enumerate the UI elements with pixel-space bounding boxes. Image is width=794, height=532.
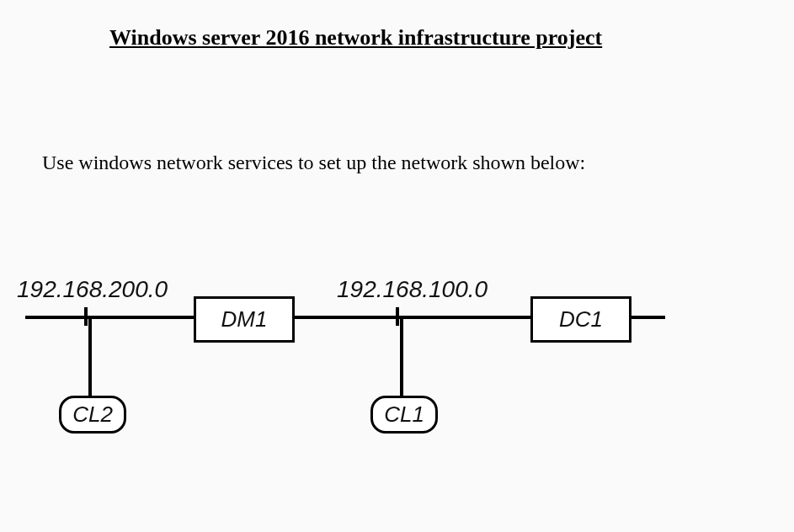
node-dm1: DM1 [194, 296, 295, 343]
node-dc1: DC1 [530, 296, 631, 343]
link-middle-segment [295, 316, 530, 319]
right-bus-tick [396, 307, 399, 326]
instruction-text: Use windows network services to set up t… [42, 152, 585, 174]
node-cl2: CL2 [59, 396, 126, 434]
node-dc1-label: DC1 [559, 306, 603, 332]
subnet-label-left: 192.168.200.0 [17, 276, 168, 303]
link-to-cl2 [88, 316, 92, 400]
node-cl1: CL1 [370, 396, 438, 434]
left-bus-tick [84, 307, 88, 326]
node-cl1-label: CL1 [384, 402, 424, 428]
page-title: Windows server 2016 network infrastructu… [109, 25, 602, 51]
subnet-label-right: 192.168.100.0 [337, 276, 488, 303]
link-left-segment [25, 316, 194, 319]
link-right-stub [631, 316, 665, 319]
network-diagram: 192.168.200.0 192.168.100.0 DM1 DC1 CL2 … [0, 269, 794, 522]
link-to-cl1 [400, 316, 403, 400]
node-dm1-label: DM1 [221, 306, 268, 332]
node-cl2-label: CL2 [72, 402, 113, 428]
